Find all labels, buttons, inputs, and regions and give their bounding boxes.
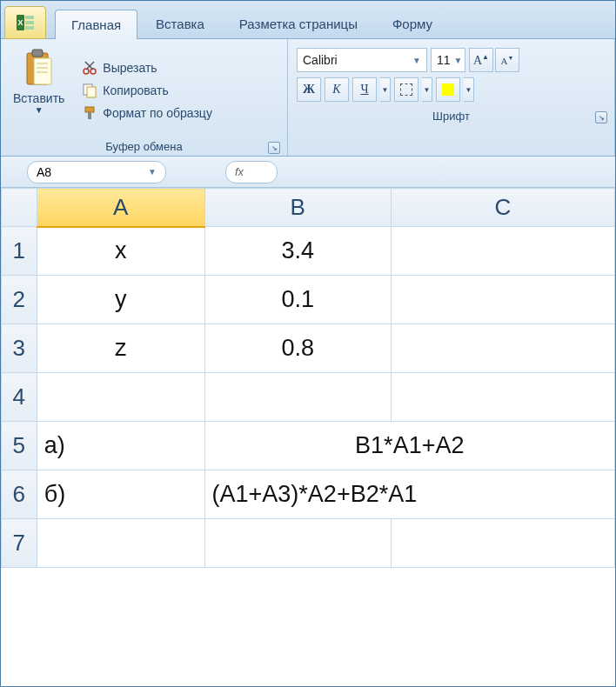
cell-a1[interactable]: x xyxy=(37,227,204,276)
font-name-select[interactable]: Calibri ▼ xyxy=(297,48,427,72)
tab-home[interactable]: Главная xyxy=(55,10,137,39)
row-header-4[interactable]: 4 xyxy=(2,373,37,422)
cell-a7[interactable] xyxy=(37,519,204,568)
cell-b2[interactable]: 0.1 xyxy=(204,276,391,324)
select-all-corner[interactable] xyxy=(2,189,37,227)
col-header-c[interactable]: C xyxy=(391,189,614,227)
grow-font-button[interactable]: A▲ xyxy=(469,48,493,72)
cell-b4[interactable] xyxy=(204,373,391,422)
cell-a2[interactable]: y xyxy=(37,276,204,324)
svg-rect-18 xyxy=(88,112,91,119)
cell-c7[interactable] xyxy=(391,519,614,568)
row-header-2[interactable]: 2 xyxy=(2,276,37,324)
svg-rect-17 xyxy=(85,107,94,112)
name-box-value: A8 xyxy=(37,165,51,179)
underline-button[interactable]: Ч xyxy=(352,77,377,102)
borders-icon xyxy=(400,83,412,96)
excel-logo-icon: X xyxy=(15,12,36,33)
font-name-value: Calibri xyxy=(303,53,338,67)
name-box[interactable]: A8 ▼ xyxy=(27,161,166,183)
cell-b5[interactable]: B1*A1+A2 xyxy=(204,422,614,470)
row-header-1[interactable]: 1 xyxy=(2,227,37,276)
office-button[interactable]: X xyxy=(4,6,46,39)
fx-icon: fx xyxy=(235,165,244,178)
svg-text:X: X xyxy=(17,18,23,27)
cell-c3[interactable] xyxy=(391,324,614,373)
cell-b3[interactable]: 0.8 xyxy=(204,324,391,373)
cell-b6[interactable]: (A1+A3)*A2+B2*A1 xyxy=(204,470,614,519)
paintbrush-icon xyxy=(82,105,97,121)
underline-dropdown[interactable]: ▼ xyxy=(380,77,391,102)
cut-label: Вырезать xyxy=(103,61,157,75)
chevron-down-icon: ▼ xyxy=(409,56,421,65)
copy-button[interactable]: Копировать xyxy=(77,81,218,100)
tab-insert[interactable]: Вставка xyxy=(139,9,221,38)
svg-rect-1 xyxy=(25,16,34,19)
chevron-down-icon: ▼ xyxy=(451,56,463,65)
row-header-6[interactable]: 6 xyxy=(2,470,37,519)
chevron-down-icon: ▼ xyxy=(148,167,157,177)
col-header-b[interactable]: B xyxy=(204,189,391,227)
col-header-a[interactable]: A xyxy=(37,189,204,227)
svg-rect-2 xyxy=(25,21,34,24)
insert-function-button[interactable]: fx xyxy=(225,161,278,183)
font-size-select[interactable]: 11 ▼ xyxy=(431,48,465,72)
italic-button[interactable]: К xyxy=(325,77,349,102)
fill-color-icon xyxy=(442,83,454,96)
cell-a6[interactable]: б) xyxy=(37,470,204,519)
cell-a4[interactable] xyxy=(37,373,204,422)
cut-button[interactable]: Вырезать xyxy=(77,58,218,77)
tab-formulas[interactable]: Форму xyxy=(376,9,449,38)
grow-font-icon: A▲ xyxy=(473,53,489,68)
format-painter-label: Формат по образцу xyxy=(103,106,212,120)
cell-a3[interactable]: z xyxy=(37,324,204,373)
shrink-font-icon: A▼ xyxy=(501,55,514,66)
svg-rect-3 xyxy=(25,26,34,30)
clipboard-group-label: Буфер обмена xyxy=(105,140,182,153)
paste-icon xyxy=(22,48,57,90)
fill-color-button[interactable] xyxy=(436,77,460,102)
row-header-5[interactable]: 5 xyxy=(2,422,37,470)
bold-button[interactable]: Ж xyxy=(297,77,321,102)
row-header-3[interactable]: 3 xyxy=(2,324,37,373)
paste-label: Вставить xyxy=(13,91,64,105)
cell-a5[interactable]: а) xyxy=(37,422,204,470)
paste-button[interactable]: Вставить ▼ xyxy=(6,43,71,137)
cell-c4[interactable] xyxy=(391,373,614,422)
copy-icon xyxy=(82,83,97,98)
borders-dropdown[interactable]: ▼ xyxy=(422,77,432,102)
format-painter-button[interactable]: Формат по образцу xyxy=(77,103,218,123)
borders-button[interactable] xyxy=(394,77,418,102)
copy-label: Копировать xyxy=(103,83,168,97)
svg-rect-6 xyxy=(32,50,43,57)
chevron-down-icon: ▼ xyxy=(35,105,44,115)
cell-b1[interactable]: 3.4 xyxy=(204,227,391,276)
scissors-icon xyxy=(82,60,97,76)
font-size-value: 11 xyxy=(437,53,451,67)
cell-b7[interactable] xyxy=(204,519,391,568)
shrink-font-button[interactable]: A▼ xyxy=(495,48,519,72)
clipboard-dialog-launcher[interactable] xyxy=(268,142,280,154)
svg-rect-7 xyxy=(34,58,51,84)
cell-c1[interactable] xyxy=(391,227,614,276)
font-group-label: Шрифт xyxy=(432,110,470,123)
tab-page-layout[interactable]: Разметка страницы xyxy=(223,9,374,38)
svg-rect-16 xyxy=(87,87,96,97)
fill-color-dropdown[interactable]: ▼ xyxy=(464,77,474,102)
row-header-7[interactable]: 7 xyxy=(2,519,37,568)
cell-c2[interactable] xyxy=(391,276,614,324)
font-dialog-launcher[interactable] xyxy=(595,111,607,123)
